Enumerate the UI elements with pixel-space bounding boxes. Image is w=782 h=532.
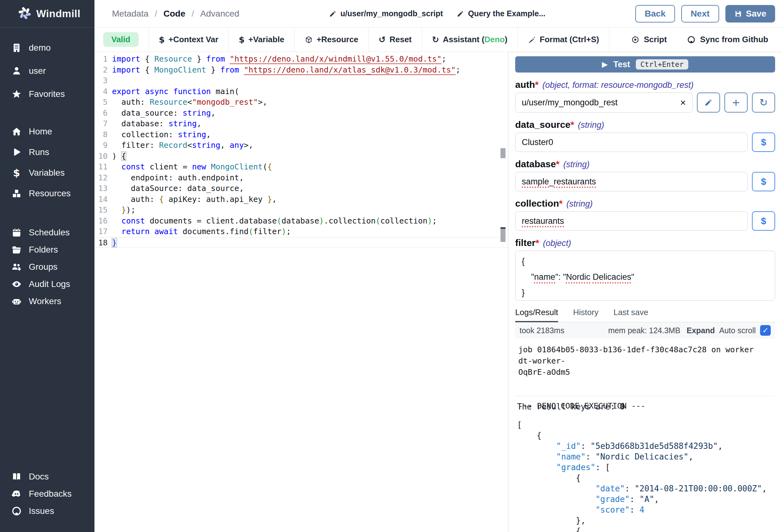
windmill-logo[interactable]: Windmill xyxy=(0,0,95,28)
brand-name: Windmill xyxy=(36,8,80,20)
sidebar-item-audit-logs[interactable]: Audit Logs xyxy=(0,275,95,293)
tab-code[interactable]: Code xyxy=(164,9,185,19)
sidebar-item-favorites[interactable]: Favorites xyxy=(0,82,95,106)
tab-last-save[interactable]: Last save xyxy=(613,308,648,322)
data-source-input[interactable]: Cluster0 xyxy=(515,132,748,152)
code-line[interactable]: 4export async function main( xyxy=(95,86,508,97)
result-json-viewer[interactable]: The result keys are: 0[ { "_id": "5eb3d6… xyxy=(515,396,775,532)
tab-logs-result[interactable]: Logs/Result xyxy=(515,308,558,322)
save-button[interactable]: Save xyxy=(725,5,775,23)
discord-icon xyxy=(11,489,22,499)
add-variable-button[interactable]: $ +Variable xyxy=(229,28,295,51)
auth-field-label: auth* (object, format: resource-mongodb_… xyxy=(515,79,775,90)
tab-advanced[interactable]: Advanced xyxy=(200,9,239,19)
code-line[interactable]: 14 auth: { apiKey: auth.api_key }, xyxy=(95,194,508,205)
code-line[interactable]: 3 xyxy=(95,75,508,86)
toolbar-right: Script Sync from Github xyxy=(631,28,782,51)
github-icon xyxy=(687,35,696,44)
assistant-language: Deno xyxy=(485,35,505,44)
code-line[interactable]: 9 filter: Record<string, any>, xyxy=(95,140,508,151)
script-summary-edit[interactable]: Query the Example... xyxy=(457,9,545,18)
code-line[interactable]: 12 endpoint: auth.endpoint, xyxy=(95,173,508,184)
code-line[interactable]: 8 collection: string, xyxy=(95,129,508,140)
robot-icon xyxy=(11,296,22,307)
nav-label: Issues xyxy=(29,506,54,516)
user-icon xyxy=(11,66,22,76)
sync-from-github-button[interactable]: Sync from Github xyxy=(687,35,768,44)
tab-history[interactable]: History xyxy=(573,308,598,322)
dollar-icon: $ xyxy=(239,35,245,44)
script-kind-button[interactable]: Script xyxy=(631,35,667,44)
topbar-buttons: Back Next Save xyxy=(635,5,775,23)
result-tabs: Logs/Result History Last save xyxy=(515,308,775,322)
sidebar-item-home[interactable]: Home xyxy=(0,121,95,142)
sidebar-admin-nav: Schedules Folders Groups xyxy=(0,224,95,310)
clear-icon[interactable]: × xyxy=(680,98,686,108)
sidebar-item-workspace[interactable]: demo xyxy=(0,36,95,60)
sidebar-item-variables[interactable]: $ Variables xyxy=(0,162,95,183)
code-editor[interactable]: 1import { Resource } from "https://deno.… xyxy=(95,52,508,532)
target-icon xyxy=(631,36,639,44)
filter-json-editor[interactable]: { "name": "Nordic Delicacies"} xyxy=(515,251,775,301)
sidebar-item-docs[interactable]: Docs xyxy=(0,468,95,485)
nav-label: Variables xyxy=(29,168,65,178)
database-field-row: sample_restaurants $ xyxy=(515,172,775,191)
autoscroll-checkbox[interactable]: ✓ xyxy=(760,325,771,336)
reset-button[interactable]: ↺ Reset xyxy=(369,28,422,51)
code-line[interactable]: 1import { Resource } from "https://deno.… xyxy=(95,54,508,65)
topbar: Metadata / Code / Advanced u/user/my_mon… xyxy=(95,0,782,28)
sidebar-item-issues[interactable]: Issues xyxy=(0,502,95,520)
sidebar-item-folders[interactable]: Folders xyxy=(0,241,95,258)
assistant-button[interactable]: ↻ Assistant (Deno) xyxy=(422,28,518,51)
back-button[interactable]: Back xyxy=(635,5,675,23)
collection-var-button[interactable]: $ xyxy=(752,211,775,231)
code-line[interactable]: 11 const client = new MongoClient({ xyxy=(95,162,508,173)
code-line[interactable]: 17 return await documents.find(filter); xyxy=(95,226,508,237)
sidebar-item-feedbacks[interactable]: Feedbacks xyxy=(0,485,95,502)
data-source-field-row: Cluster0 $ xyxy=(515,132,775,152)
data-source-var-button[interactable]: $ xyxy=(752,132,775,152)
sidebar-item-resources[interactable]: Resources xyxy=(0,183,95,204)
next-button[interactable]: Next xyxy=(681,5,719,23)
code-line[interactable]: 7 database: string, xyxy=(95,118,508,129)
sidebar-item-groups[interactable]: Groups xyxy=(0,258,95,275)
code-line[interactable]: 18} xyxy=(95,237,508,248)
tab-metadata[interactable]: Metadata xyxy=(112,9,149,19)
sidebar-item-user[interactable]: user xyxy=(0,60,95,82)
code-lines: 1import { Resource } from "https://deno.… xyxy=(95,54,508,248)
code-line[interactable]: 16 const documents = client.database(dat… xyxy=(95,216,508,227)
users-gear-icon xyxy=(11,262,22,272)
code-line[interactable]: 5 auth: Resource<"mongodb_rest">, xyxy=(95,97,508,108)
dollar-icon: $ xyxy=(11,167,22,178)
wand-icon xyxy=(528,36,536,44)
run-stats-bar: took 2183ms mem peak: 124.3MB Expand Aut… xyxy=(515,322,775,339)
sidebar-item-schedules[interactable]: Schedules xyxy=(0,224,95,241)
sidebar-item-workers[interactable]: Workers xyxy=(0,293,95,310)
code-line[interactable]: 10) { xyxy=(95,151,508,162)
add-context-var-button[interactable]: $ +Context Var xyxy=(149,28,229,51)
database-input[interactable]: sample_restaurants xyxy=(515,172,748,191)
nav-label: Folders xyxy=(29,245,58,255)
code-line[interactable]: 15 }); xyxy=(95,205,508,216)
collection-input[interactable]: restaurants xyxy=(515,211,748,231)
code-line[interactable]: 6 data_source: string, xyxy=(95,108,508,119)
add-resource-button[interactable]: +Resource xyxy=(295,28,369,51)
book-icon xyxy=(11,471,22,482)
test-button[interactable]: ▶ Test Ctrl+Enter xyxy=(515,56,775,73)
code-line[interactable]: 13 dataSource: data_source, xyxy=(95,183,508,194)
scrollbar-decoration xyxy=(500,148,505,158)
expand-button[interactable]: Expand xyxy=(686,326,715,335)
refresh-resource-button[interactable]: ↻ xyxy=(752,92,775,113)
script-path-edit[interactable]: u/user/my_mongodb_script xyxy=(329,9,443,18)
auth-resource-input[interactable]: u/user/my_mongodb_rest × xyxy=(515,92,692,113)
editor-scrollbar[interactable] xyxy=(499,52,508,532)
nav-label: Home xyxy=(29,126,52,137)
database-var-button[interactable]: $ xyxy=(752,172,775,191)
data-source-field-label: data_source* (string) xyxy=(515,119,775,130)
code-line[interactable]: 2import { MongoClient } from "https://de… xyxy=(95,65,508,76)
format-button[interactable]: Format (Ctrl+S) xyxy=(518,28,609,51)
add-resource-button-small[interactable]: + xyxy=(724,92,748,113)
breadcrumb: Metadata / Code / Advanced xyxy=(112,9,239,19)
edit-resource-button[interactable] xyxy=(697,92,720,113)
sidebar-item-runs[interactable]: Runs xyxy=(0,142,95,162)
